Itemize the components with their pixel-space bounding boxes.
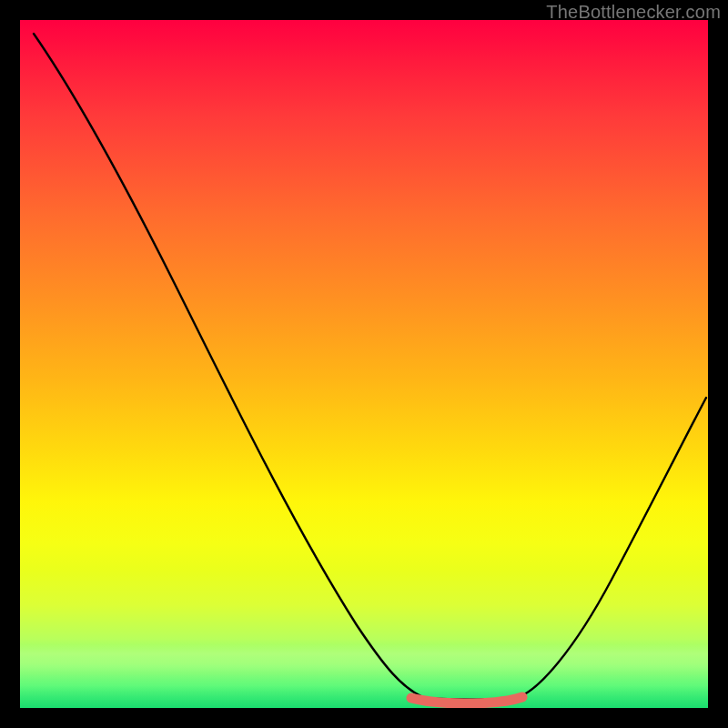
watermark-text: TheBottlenecker.com bbox=[546, 2, 721, 23]
bottleneck-curve bbox=[20, 20, 708, 708]
chart-frame: TheBottlenecker.com bbox=[0, 0, 728, 728]
plot-area bbox=[20, 20, 708, 708]
curve-path bbox=[34, 34, 706, 700]
bottom-gradient-fade bbox=[20, 644, 708, 708]
flat-marker bbox=[411, 697, 522, 703]
